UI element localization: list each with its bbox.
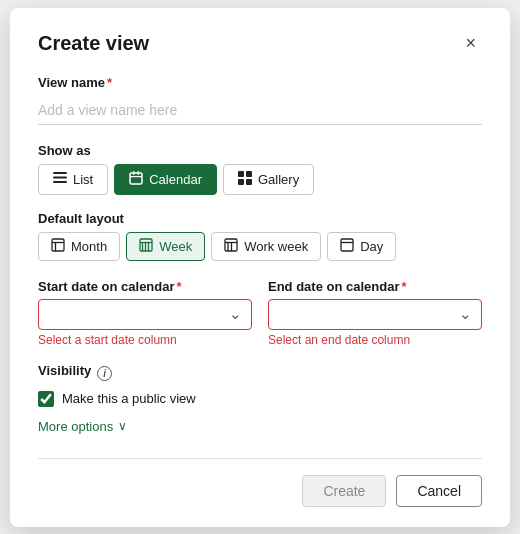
workweek-icon: [224, 238, 238, 255]
month-icon: [51, 238, 65, 255]
svg-rect-10: [246, 179, 252, 185]
close-button[interactable]: ×: [459, 32, 482, 54]
show-as-gallery-label: Gallery: [258, 172, 299, 187]
date-fields-row: Start date on calendar* Select a start d…: [38, 279, 482, 347]
show-as-options: List Calendar Gallery: [38, 164, 482, 195]
show-as-calendar-button[interactable]: Calendar: [114, 164, 217, 195]
svg-rect-6: [130, 176, 142, 177]
dialog-header: Create view ×: [38, 32, 482, 55]
layout-week-label: Week: [159, 239, 192, 254]
view-name-input[interactable]: [38, 96, 482, 125]
end-date-select-wrap: [268, 299, 482, 330]
view-name-label: View name*: [38, 75, 482, 90]
start-date-field: Start date on calendar* Select a start d…: [38, 279, 252, 347]
end-date-error: Select an end date column: [268, 333, 482, 347]
visibility-label-row: Visibility i: [38, 363, 482, 384]
svg-rect-11: [52, 239, 64, 251]
more-options-label: More options: [38, 419, 113, 434]
start-date-select[interactable]: [38, 299, 252, 330]
layout-month-button[interactable]: Month: [38, 232, 120, 261]
public-view-label[interactable]: Make this a public view: [62, 391, 196, 406]
svg-rect-1: [53, 176, 67, 178]
layout-day-label: Day: [360, 239, 383, 254]
create-view-dialog: Create view × View name* Show as List Ca…: [10, 8, 510, 527]
show-as-label: Show as: [38, 143, 482, 158]
public-view-row: Make this a public view: [38, 391, 482, 407]
default-layout-section: Default layout Month Week Work week: [38, 211, 482, 261]
info-icon[interactable]: i: [97, 366, 112, 381]
svg-rect-23: [341, 239, 353, 251]
layout-options: Month Week Work week Day: [38, 232, 482, 261]
show-as-list-button[interactable]: List: [38, 164, 108, 195]
show-as-calendar-label: Calendar: [149, 172, 202, 187]
layout-week-button[interactable]: Week: [126, 232, 205, 261]
layout-day-button[interactable]: Day: [327, 232, 396, 261]
end-date-field: End date on calendar* Select an end date…: [268, 279, 482, 347]
end-date-select[interactable]: [268, 299, 482, 330]
list-icon: [53, 171, 67, 188]
start-date-label: Start date on calendar*: [38, 279, 252, 294]
default-layout-label: Default layout: [38, 211, 482, 226]
dialog-footer: Create Cancel: [38, 458, 482, 507]
show-as-gallery-button[interactable]: Gallery: [223, 164, 314, 195]
svg-rect-0: [53, 172, 67, 174]
svg-rect-5: [138, 171, 140, 175]
svg-rect-4: [133, 171, 135, 175]
svg-rect-9: [238, 179, 244, 185]
start-date-select-wrap: [38, 299, 252, 330]
layout-workweek-label: Work week: [244, 239, 308, 254]
end-date-label: End date on calendar*: [268, 279, 482, 294]
more-options-button[interactable]: More options ∨: [38, 419, 127, 434]
show-as-list-label: List: [73, 172, 93, 187]
layout-month-label: Month: [71, 239, 107, 254]
calendar-icon: [129, 171, 143, 188]
public-view-checkbox[interactable]: [38, 391, 54, 407]
week-icon: [139, 238, 153, 255]
show-as-section: Show as List Calendar Gallery: [38, 143, 482, 195]
gallery-icon: [238, 171, 252, 188]
visibility-label: Visibility: [38, 363, 91, 378]
visibility-section: Visibility i Make this a public view: [38, 363, 482, 407]
view-name-section: View name*: [38, 75, 482, 143]
layout-workweek-button[interactable]: Work week: [211, 232, 321, 261]
svg-rect-8: [246, 171, 252, 177]
cancel-button[interactable]: Cancel: [396, 475, 482, 507]
svg-rect-7: [238, 171, 244, 177]
svg-rect-3: [130, 173, 142, 184]
chevron-down-icon: ∨: [118, 419, 127, 433]
dialog-title: Create view: [38, 32, 149, 55]
start-date-error: Select a start date column: [38, 333, 252, 347]
svg-rect-2: [53, 181, 67, 183]
day-icon: [340, 238, 354, 255]
create-button[interactable]: Create: [302, 475, 386, 507]
